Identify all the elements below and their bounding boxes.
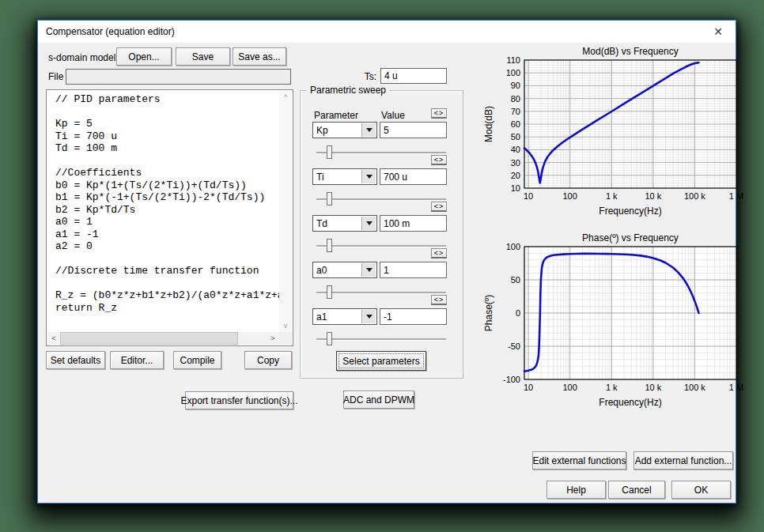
svg-text:10 k: 10 k: [645, 383, 661, 392]
parameter-slider[interactable]: [316, 145, 446, 160]
compensator-dialog: Compensator (equation editor) ✕ s-domain…: [37, 20, 736, 504]
value-input[interactable]: [380, 215, 447, 232]
parameter-slider[interactable]: [316, 285, 446, 300]
select-parameters-button[interactable]: Select parameters: [336, 351, 426, 371]
ok-button[interactable]: OK: [671, 481, 731, 499]
editor-button[interactable]: Editor...: [110, 351, 164, 369]
parameter-select[interactable]: Ti: [312, 168, 377, 185]
scroll-down-icon[interactable]: v: [279, 319, 292, 332]
svg-text:10: 10: [524, 191, 533, 201]
phase-vs-frequency-chart: -100-50050100101001 k10 k100 k1 MPhase(º…: [481, 231, 764, 424]
open-button[interactable]: Open...: [116, 47, 172, 66]
value-input[interactable]: [380, 262, 447, 278]
svg-text:100 k: 100 k: [684, 191, 705, 201]
svg-text:80: 80: [511, 94, 520, 104]
parameter-header: Parameter: [314, 110, 358, 121]
code-text[interactable]: // PID parameters Kp = 5 Ti = 700 u Td =…: [47, 91, 279, 332]
svg-text:50: 50: [511, 275, 520, 285]
slider-thumb[interactable]: [327, 239, 332, 252]
svg-text:Phase(º) vs Frequency: Phase(º) vs Frequency: [582, 232, 679, 243]
stepper-button[interactable]: <>: [431, 108, 447, 119]
stepper-button[interactable]: <>: [431, 295, 447, 305]
copy-button[interactable]: Copy: [244, 351, 292, 369]
scroll-up-icon[interactable]: ^: [279, 91, 292, 104]
svg-text:60: 60: [511, 119, 520, 129]
svg-text:100: 100: [506, 242, 520, 251]
save-as-button[interactable]: Save as...: [233, 47, 286, 66]
svg-text:90: 90: [511, 81, 520, 90]
stepper-button[interactable]: <>: [431, 248, 447, 258]
svg-text:50: 50: [511, 132, 520, 141]
value-input[interactable]: [380, 168, 447, 185]
chevron-down-icon[interactable]: [361, 263, 376, 277]
svg-text:10 k: 10 k: [645, 191, 661, 201]
svg-text:10: 10: [511, 183, 520, 193]
ts-input[interactable]: [380, 68, 447, 84]
svg-text:1 M: 1 M: [729, 383, 743, 392]
parametric-sweep-group: Parametric sweep Parameter Value <> Kp <…: [300, 90, 463, 379]
parameter-select[interactable]: a0: [312, 262, 377, 278]
svg-text:-100: -100: [503, 375, 520, 384]
parameter-slider[interactable]: [316, 332, 446, 346]
close-button[interactable]: ✕: [702, 21, 734, 41]
svg-text:Mod(dB) vs Frequency: Mod(dB) vs Frequency: [582, 46, 678, 57]
svg-text:Frequency(Hz): Frequency(Hz): [599, 206, 661, 217]
svg-text:Phase(º): Phase(º): [483, 295, 494, 331]
parameter-select[interactable]: Kp: [312, 122, 377, 138]
svg-text:100: 100: [506, 68, 520, 77]
svg-text:110: 110: [506, 55, 520, 65]
svg-text:100 k: 100 k: [684, 383, 705, 392]
adc-dpwm-button[interactable]: ADC and DPWM: [343, 391, 414, 409]
save-button[interactable]: Save: [176, 47, 230, 66]
set-defaults-button[interactable]: Set defaults: [46, 351, 105, 369]
scrollbar-corner: [279, 332, 292, 345]
code-editor[interactable]: // PID parameters Kp = 5 Ti = 700 u Td =…: [46, 89, 293, 346]
svg-text:-50: -50: [508, 341, 520, 351]
compile-button[interactable]: Compile: [173, 351, 221, 369]
svg-text:1 k: 1 k: [606, 191, 618, 201]
horizontal-scroll-thumb[interactable]: [60, 332, 238, 345]
svg-text:1 k: 1 k: [606, 383, 618, 392]
close-icon: ✕: [713, 25, 723, 38]
ts-label: Ts:: [354, 71, 376, 82]
horizontal-scrollbar[interactable]: < >: [47, 332, 279, 345]
parametric-sweep-title: Parametric sweep: [307, 85, 389, 96]
parameter-slider[interactable]: [316, 192, 446, 206]
slider-thumb[interactable]: [327, 145, 332, 159]
value-input[interactable]: [380, 308, 447, 325]
window-title: Compensator (equation editor): [46, 26, 175, 37]
title-bar[interactable]: Compensator (equation editor) ✕: [38, 21, 736, 43]
parameter-select[interactable]: a1: [312, 308, 377, 325]
help-button[interactable]: Help: [547, 481, 606, 499]
slider-thumb[interactable]: [327, 332, 332, 345]
chevron-down-icon[interactable]: [361, 123, 376, 137]
stepper-button[interactable]: <>: [431, 155, 447, 165]
svg-text:1 M: 1 M: [729, 191, 743, 201]
svg-text:20: 20: [511, 171, 520, 180]
edit-external-functions-button[interactable]: Edit external functions: [532, 451, 626, 470]
chevron-down-icon[interactable]: [361, 170, 376, 183]
file-input[interactable]: [66, 69, 291, 85]
svg-text:40: 40: [511, 145, 520, 154]
add-external-function-button[interactable]: Add external function...: [634, 451, 733, 470]
svg-text:70: 70: [511, 107, 520, 116]
export-transfer-button[interactable]: Export transfer function(s)...: [185, 391, 293, 409]
scroll-left-icon[interactable]: <: [47, 332, 60, 345]
chevron-down-icon[interactable]: [361, 217, 376, 230]
svg-text:30: 30: [511, 158, 520, 168]
stepper-button[interactable]: <>: [431, 202, 447, 212]
svg-text:0: 0: [516, 308, 520, 318]
cancel-button[interactable]: Cancel: [608, 481, 665, 499]
parameter-slider[interactable]: [316, 239, 446, 253]
scroll-right-icon[interactable]: >: [267, 332, 279, 345]
value-header: Value: [381, 110, 405, 121]
mod-vs-frequency-chart: 102030405060708090100110101001 k10 k100 …: [481, 44, 764, 234]
svg-text:Frequency(Hz): Frequency(Hz): [599, 397, 661, 408]
file-label: File: [48, 71, 63, 82]
slider-thumb[interactable]: [327, 285, 332, 299]
value-input[interactable]: [380, 122, 447, 138]
slider-thumb[interactable]: [327, 192, 332, 206]
chevron-down-icon[interactable]: [361, 310, 376, 323]
vertical-scrollbar[interactable]: ^ v: [279, 91, 292, 332]
parameter-select[interactable]: Td: [312, 215, 377, 232]
